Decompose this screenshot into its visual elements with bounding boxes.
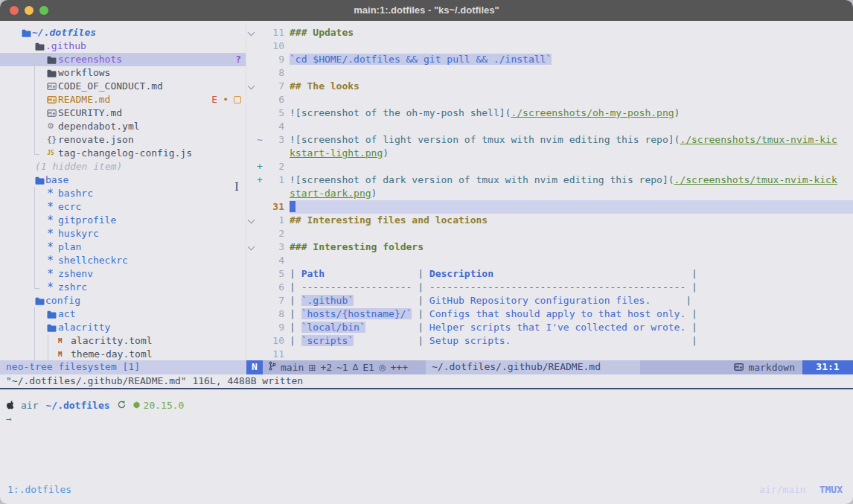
tree-item-zshenv[interactable]: *zshenv bbox=[0, 267, 246, 281]
line-text: ![screenshot of the oh-my-posh shell](./… bbox=[290, 106, 853, 120]
editor-line[interactable]: 31 bbox=[246, 200, 853, 214]
editor-line[interactable]: 4 bbox=[246, 254, 853, 267]
tree-item-ecrc[interactable]: *ecrc bbox=[0, 200, 246, 214]
editor-line[interactable]: 8 bbox=[246, 66, 853, 80]
editor-line[interactable]: 7## The looks bbox=[246, 80, 853, 93]
tree-item-theme-day.toml[interactable]: Mtheme-day.toml bbox=[0, 348, 246, 360]
folder-icon bbox=[47, 307, 57, 321]
git-sign-column bbox=[257, 281, 265, 294]
editor-line[interactable]: 9`cd $HOME/.dotfiles && git pull && ./in… bbox=[246, 53, 853, 66]
tree-item-.github[interactable]: .github bbox=[0, 39, 246, 53]
editor-line[interactable]: 8| `hosts/{hostname}/` | Configs that sh… bbox=[246, 307, 853, 321]
tmux-status-bar: 1:.dotfiles air/main TMUX bbox=[0, 479, 853, 504]
tree-item-zshrc[interactable]: *zshrc bbox=[0, 281, 246, 294]
line-text: ![screenshot of light version of tmux wi… bbox=[290, 133, 853, 147]
fold-chevron-icon[interactable] bbox=[246, 26, 257, 39]
editor-line[interactable]: 9| `local/bin` | Helper scripts that I'v… bbox=[246, 321, 853, 334]
folder-icon bbox=[47, 56, 57, 64]
line-text: ## The looks bbox=[290, 80, 853, 93]
text-segment: | bbox=[511, 335, 697, 346]
editor-buffer[interactable]: 11### Updates109`cd $HOME/.dotfiles && g… bbox=[246, 21, 853, 360]
tree-item-label: config bbox=[45, 294, 80, 307]
git-branch-icon bbox=[269, 361, 276, 371]
text-segment: `hosts/{hostname}/` bbox=[301, 308, 412, 319]
editor-line[interactable]: 2 bbox=[246, 227, 853, 240]
tree-item-workflows[interactable]: workflows bbox=[0, 66, 246, 80]
editor-line[interactable]: +1![screenshot of dark version of tmux w… bbox=[246, 173, 853, 187]
lualine-statusline: N main⊞+2~1ΔE1◎+++ ~/.dotfiles/.github/R… bbox=[246, 360, 853, 374]
close-button[interactable] bbox=[10, 6, 19, 15]
tree-item-base[interactable]: base bbox=[0, 173, 246, 187]
editor-line[interactable]: start-dark.png) bbox=[246, 187, 853, 200]
line-number: 11 bbox=[265, 26, 284, 39]
star-icon: * bbox=[47, 214, 54, 227]
editor-line[interactable]: 11 bbox=[246, 348, 853, 360]
editor-line[interactable]: 5![screenshot of the oh-my-posh shell](.… bbox=[246, 106, 853, 120]
tree-item-bashrc[interactable]: *bashrc bbox=[0, 187, 246, 200]
git-sign-column bbox=[257, 53, 265, 66]
git-sign-column bbox=[257, 307, 265, 321]
zoom-button[interactable] bbox=[39, 6, 48, 15]
editor-line[interactable]: 1## Interesting files and locations bbox=[246, 214, 853, 227]
tree-item-label: workflows bbox=[58, 66, 110, 80]
editor-line[interactable]: 11### Updates bbox=[246, 26, 853, 39]
tree-item-config[interactable]: config bbox=[0, 294, 246, 307]
tree-item-shellcheckrc[interactable]: *shellcheckrc bbox=[0, 254, 246, 267]
tree-indent-guide bbox=[34, 267, 35, 281]
tree-item-readme.md[interactable]: README.mdE• bbox=[0, 93, 246, 106]
tree-item-alacritty[interactable]: alacritty bbox=[0, 321, 246, 334]
tree-item-label: zshrc bbox=[58, 281, 87, 294]
tree-item-code-of-conduct.md[interactable]: CODE_OF_CONDUCT.md bbox=[0, 80, 246, 93]
tree-item--.dotfiles[interactable]: ~/.dotfiles bbox=[0, 26, 246, 39]
editor-line[interactable]: +2 bbox=[246, 160, 853, 173]
asterisk-icon: * bbox=[47, 214, 54, 227]
editor-line[interactable]: 5| Path | Description | bbox=[246, 267, 853, 281]
tree-item-renovate.json[interactable]: {}renovate.json bbox=[0, 133, 246, 147]
tree-indent-guide bbox=[34, 80, 35, 93]
line-text bbox=[290, 227, 853, 240]
fold-chevron-icon[interactable] bbox=[246, 214, 257, 227]
braces-icon: {} bbox=[47, 133, 57, 147]
tree-item-gitprofile[interactable]: *gitprofile bbox=[0, 214, 246, 227]
git-sign-column bbox=[257, 348, 265, 360]
editor-line[interactable]: 10 bbox=[246, 39, 853, 53]
tree-indent-guide bbox=[34, 133, 35, 147]
tree-item-security.md[interactable]: SECURITY.md bbox=[0, 106, 246, 120]
tree-item-label: CODE_OF_CONDUCT.md bbox=[58, 80, 163, 93]
target-icon: ◎ bbox=[379, 363, 386, 372]
tree-item-plan[interactable]: *plan bbox=[0, 240, 246, 254]
tree-item-tag-changelog-config.js[interactable]: JStag-changelog-config.js bbox=[0, 147, 246, 160]
neotree-sidebar[interactable]: I ~/.dotfiles.githubscreenshots?workflow… bbox=[0, 21, 246, 360]
folder-icon bbox=[47, 69, 57, 77]
tree-item--1-hidden-item-[interactable]: (1 hidden item) bbox=[0, 160, 246, 173]
line-text: | `local/bin` | Helper scripts that I've… bbox=[290, 321, 853, 334]
tree-item-act[interactable]: act bbox=[0, 307, 246, 321]
editor-line[interactable]: 4 bbox=[246, 120, 853, 133]
tree-item-alacritty.toml[interactable]: Malacritty.toml bbox=[0, 334, 246, 348]
asterisk-icon: * bbox=[47, 281, 54, 294]
editor-line[interactable]: 3### Interesting folders bbox=[246, 240, 853, 254]
shell-pane[interactable]: air ~/.dotfiles 20.15.0 → bbox=[0, 389, 853, 479]
editor-line[interactable]: 6 bbox=[246, 93, 853, 106]
tree-item-dependabot.yml[interactable]: ⚙dependabot.yml bbox=[0, 120, 246, 133]
fold-chevron-icon[interactable] bbox=[246, 240, 257, 254]
tmux-window-item[interactable]: 1:.dotfiles bbox=[7, 483, 71, 497]
tree-indent-guide bbox=[48, 348, 48, 360]
tree-item-screenshots[interactable]: screenshots? bbox=[0, 53, 246, 66]
fold-column bbox=[246, 106, 257, 120]
text-segment: ![screenshot of dark version of tmux wit… bbox=[290, 174, 674, 185]
editor-line[interactable]: 10| `scripts` | Setup scripts. | bbox=[246, 334, 853, 348]
editor-line[interactable]: 6| ------------------- | ---------------… bbox=[246, 281, 853, 294]
folder-icon bbox=[35, 297, 45, 305]
tree-item-label: huskyrc bbox=[58, 227, 99, 240]
fold-column bbox=[246, 348, 257, 360]
editor-line[interactable]: kstart-light.png) bbox=[246, 147, 853, 160]
fold-chevron-icon[interactable] bbox=[246, 80, 257, 93]
editor-line[interactable]: 7| `.github` | GitHub Repository configu… bbox=[246, 294, 853, 307]
minimize-button[interactable] bbox=[25, 6, 33, 15]
gear-icon: ⚙ bbox=[47, 120, 54, 133]
tree-item-huskyrc[interactable]: *huskyrc bbox=[0, 227, 246, 240]
editor-line[interactable]: ~3![screenshot of light version of tmux … bbox=[246, 133, 853, 147]
folder-icon bbox=[47, 310, 57, 319]
git-sign-column: ~ bbox=[257, 133, 265, 147]
